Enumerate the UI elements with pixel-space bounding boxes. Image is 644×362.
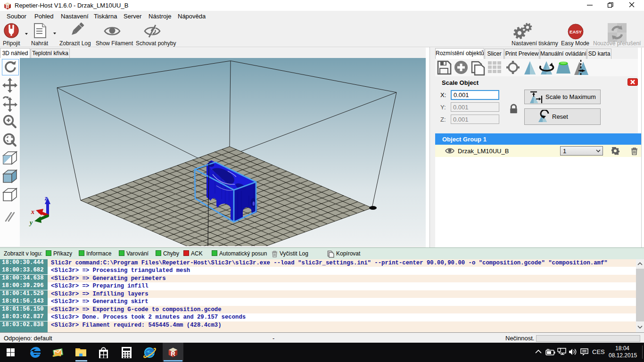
svg-text:R: R: [6, 4, 9, 9]
svg-text:x: x: [31, 208, 34, 215]
svg-text:y: y: [29, 219, 33, 226]
svg-text:EASY: EASY: [570, 29, 582, 34]
svg-text:z: z: [44, 195, 48, 202]
svg-text:R: R: [171, 350, 175, 357]
